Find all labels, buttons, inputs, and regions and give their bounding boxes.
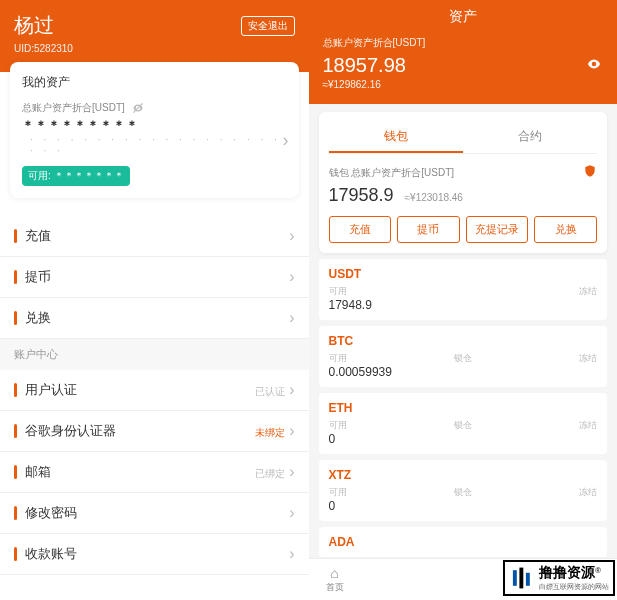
wallet-card: 钱包 合约 钱包 总账户资产折合[USDT] 17958.9 ≈¥123018.… bbox=[319, 112, 608, 253]
coin-list: USDT 可用冻结 17948.9 BTC 可用锁仓冻结 0.00059939 … bbox=[309, 259, 618, 557]
chevron-right-icon: › bbox=[289, 545, 294, 563]
total-amount: 18957.98 bbox=[323, 54, 406, 77]
watermark: 撸撸资源® 白嫖互联网资源的网站 bbox=[503, 560, 615, 596]
wallet-label: 钱包 总账户资产折合[USDT] bbox=[329, 166, 455, 180]
assets-panel: 资产 总账户资产折合[USDT] 18957.98 ≈¥129862.16 钱包… bbox=[309, 0, 618, 600]
page-title: 资产 bbox=[323, 8, 604, 26]
assets-header: 资产 总账户资产折合[USDT] 18957.98 ≈¥129862.16 bbox=[309, 0, 618, 104]
coin-item-eth[interactable]: ETH 可用锁仓冻结 0 bbox=[319, 393, 608, 454]
assets-card[interactable]: 我的资产 总账户资产折合[USDT] ＊＊＊＊＊＊＊＊＊ · · · · · ·… bbox=[10, 62, 299, 198]
exchange-button[interactable]: 兑换 bbox=[534, 216, 597, 243]
records-button[interactable]: 充提记录 bbox=[466, 216, 529, 243]
uid-label: UID:5282310 bbox=[14, 43, 295, 54]
dots: · · · · · · · · · · · · · · · · · · · · … bbox=[30, 134, 287, 156]
coin-item-usdt[interactable]: USDT 可用冻结 17948.9 bbox=[319, 259, 608, 320]
chevron-right-icon: › bbox=[289, 422, 294, 439]
total-label: 总账户资产折合[USDT] bbox=[323, 36, 604, 50]
menu-password[interactable]: 修改密码 › bbox=[0, 493, 309, 534]
svg-rect-2 bbox=[519, 568, 523, 589]
menu-email[interactable]: 邮箱 已绑定› bbox=[0, 452, 309, 493]
chevron-right-icon: › bbox=[289, 463, 294, 480]
chevron-right-icon: › bbox=[289, 504, 294, 522]
withdraw-button[interactable]: 提币 bbox=[397, 216, 460, 243]
recharge-button[interactable]: 充值 bbox=[329, 216, 392, 243]
section-account: 账户中心 bbox=[0, 339, 309, 370]
menu-receive-account[interactable]: 收款账号 › bbox=[0, 534, 309, 575]
total-approx: ≈¥129862.16 bbox=[323, 79, 604, 90]
action-row: 充值 提币 充提记录 兑换 bbox=[329, 216, 598, 243]
shield-icon[interactable] bbox=[583, 164, 597, 181]
masked-row: ＊＊＊＊＊＊＊＊＊ · · · · · · · · · · · · · · · … bbox=[22, 115, 287, 158]
tab-contract[interactable]: 合约 bbox=[463, 122, 597, 153]
wallet-approx: ≈¥123018.46 bbox=[405, 192, 463, 203]
logout-button[interactable]: 安全退出 bbox=[241, 16, 295, 36]
watermark-logo-icon bbox=[509, 565, 535, 591]
menu-auth[interactable]: 用户认证 已认证› bbox=[0, 370, 309, 411]
status-auth: 已认证 bbox=[255, 386, 285, 397]
menu-google-auth[interactable]: 谷歌身份认证器 未绑定› bbox=[0, 411, 309, 452]
coin-item-btc[interactable]: BTC 可用锁仓冻结 0.00059939 bbox=[319, 326, 608, 387]
svg-rect-1 bbox=[513, 570, 517, 586]
home-icon: ⌂ bbox=[330, 565, 338, 581]
coin-item-xtz[interactable]: XTZ 可用锁仓冻结 0 bbox=[319, 460, 608, 521]
eye-icon[interactable] bbox=[585, 55, 603, 77]
assets-title: 我的资产 bbox=[22, 74, 287, 91]
menu-exchange[interactable]: 兑换 › bbox=[0, 298, 309, 339]
status-google: 未绑定 bbox=[255, 427, 285, 438]
tabs: 钱包 合约 bbox=[329, 122, 598, 154]
visibility-toggle-icon[interactable] bbox=[131, 101, 145, 115]
menu-list: 充值 › 提币 › 兑换 › 账户中心 用户认证 已认证› 谷歌身份认证器 未绑… bbox=[0, 216, 309, 575]
profile-panel: 杨过 安全退出 UID:5282310 我的资产 总账户资产折合[USDT] ＊… bbox=[0, 0, 309, 600]
chevron-right-icon: › bbox=[289, 227, 294, 245]
chevron-right-icon: › bbox=[289, 268, 294, 286]
svg-rect-3 bbox=[526, 573, 530, 586]
wallet-amount: 17958.9 bbox=[329, 185, 394, 205]
chevron-right-icon: › bbox=[283, 130, 289, 151]
available-pill: 可用: ＊＊＊＊＊＊＊ bbox=[22, 166, 130, 186]
status-email: 已绑定 bbox=[255, 468, 285, 479]
tab-wallet[interactable]: 钱包 bbox=[329, 122, 463, 153]
assets-total-label: 总账户资产折合[USDT] bbox=[22, 101, 287, 115]
chevron-right-icon: › bbox=[289, 381, 294, 398]
menu-withdraw[interactable]: 提币 › bbox=[0, 257, 309, 298]
chevron-right-icon: › bbox=[289, 309, 294, 327]
masked-amount: ＊＊＊＊＊＊＊＊＊ bbox=[22, 118, 139, 132]
user-name: 杨过 bbox=[14, 12, 54, 39]
menu-recharge[interactable]: 充值 › bbox=[0, 216, 309, 257]
nav-home[interactable]: ⌂ 首页 bbox=[313, 565, 357, 594]
coin-item-ada[interactable]: ADA bbox=[319, 527, 608, 557]
